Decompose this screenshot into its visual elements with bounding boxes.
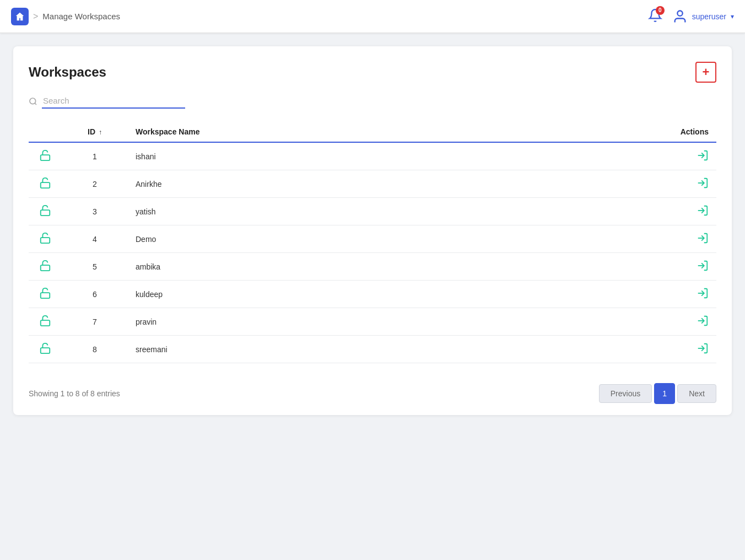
- row-name: kuldeep: [128, 281, 639, 308]
- main-content: Workspaces + ID ↑: [0, 33, 745, 428]
- breadcrumb-label: Manage Workspaces: [42, 12, 120, 21]
- row-id: 5: [62, 253, 128, 281]
- svg-rect-7: [41, 210, 50, 216]
- row-id: 3: [62, 198, 128, 225]
- svg-rect-13: [41, 293, 50, 298]
- user-menu[interactable]: superuser ▾: [672, 9, 734, 24]
- breadcrumb-separator: >: [33, 12, 38, 21]
- search-icon: [29, 97, 37, 106]
- enter-workspace-button[interactable]: [697, 204, 709, 217]
- table-row: 7 pravin: [29, 308, 716, 336]
- svg-rect-15: [41, 320, 50, 326]
- notifications-button[interactable]: 0: [648, 8, 662, 25]
- page-title: Workspaces: [29, 64, 106, 80]
- search-container: [29, 94, 205, 109]
- lock-icon: [39, 347, 51, 356]
- top-navigation: > Manage Workspaces 0 superuser ▾: [0, 0, 745, 33]
- row-actions: [639, 142, 716, 170]
- table-row: 8 sreemani: [29, 336, 716, 363]
- enter-workspace-button[interactable]: [697, 177, 709, 189]
- user-controls: 0 superuser ▾: [648, 8, 734, 25]
- user-name-label: superuser: [692, 12, 726, 21]
- lock-icon: [39, 209, 51, 218]
- enter-workspace-button[interactable]: [697, 315, 709, 327]
- svg-rect-17: [41, 348, 50, 353]
- table-row: 1 ishani: [29, 142, 716, 170]
- row-actions: [639, 170, 716, 198]
- svg-point-1: [30, 98, 36, 104]
- svg-point-0: [677, 10, 682, 15]
- row-actions: [639, 253, 716, 281]
- chevron-down-icon: ▾: [731, 13, 734, 20]
- lock-cell: [29, 308, 62, 336]
- svg-line-2: [35, 103, 36, 105]
- id-col-label: ID: [88, 127, 95, 136]
- enter-workspace-button[interactable]: [697, 342, 709, 354]
- next-button[interactable]: Next: [677, 384, 716, 403]
- table-row: 3 yatish: [29, 198, 716, 225]
- home-icon: [15, 12, 25, 21]
- col-header-actions: Actions: [639, 122, 716, 142]
- svg-rect-11: [41, 265, 50, 271]
- row-name: yatish: [128, 198, 639, 225]
- user-avatar-icon: [672, 9, 688, 24]
- col-header-lock: [29, 122, 62, 142]
- svg-rect-5: [41, 182, 50, 188]
- row-id: 8: [62, 336, 128, 363]
- pagination-controls: Previous 1 Next: [599, 383, 716, 404]
- lock-cell: [29, 198, 62, 225]
- lock-icon: [39, 154, 51, 163]
- add-workspace-button[interactable]: +: [695, 62, 716, 83]
- row-name: pravin: [128, 308, 639, 336]
- lock-icon: [39, 265, 51, 273]
- col-header-id[interactable]: ID ↑: [62, 122, 128, 142]
- notification-badge: 0: [656, 6, 665, 15]
- pagination-row: Showing 1 to 8 of 8 entries Previous 1 N…: [29, 376, 716, 404]
- svg-rect-9: [41, 238, 50, 243]
- row-id: 2: [62, 170, 128, 198]
- previous-button[interactable]: Previous: [599, 384, 652, 403]
- enter-workspace-button[interactable]: [697, 149, 709, 161]
- table-header-row: ID ↑ Workspace Name Actions: [29, 122, 716, 142]
- table-row: 6 kuldeep: [29, 281, 716, 308]
- row-actions: [639, 198, 716, 225]
- row-name: Demo: [128, 225, 639, 253]
- card-header: Workspaces +: [29, 62, 716, 83]
- row-name: Anirkhe: [128, 170, 639, 198]
- lock-cell: [29, 225, 62, 253]
- lock-cell: [29, 253, 62, 281]
- home-button[interactable]: [11, 8, 29, 25]
- enter-workspace-button[interactable]: [697, 232, 709, 244]
- col-header-name: Workspace Name: [128, 122, 639, 142]
- lock-icon: [39, 292, 51, 301]
- lock-icon: [39, 320, 51, 329]
- lock-cell: [29, 336, 62, 363]
- row-id: 7: [62, 308, 128, 336]
- row-actions: [639, 225, 716, 253]
- enter-workspace-button[interactable]: [697, 287, 709, 299]
- row-id: 6: [62, 281, 128, 308]
- row-id: 1: [62, 142, 128, 170]
- row-actions: [639, 281, 716, 308]
- table-row: 4 Demo: [29, 225, 716, 253]
- row-name: ambika: [128, 253, 639, 281]
- lock-cell: [29, 281, 62, 308]
- row-name: ishani: [128, 142, 639, 170]
- row-name: sreemani: [128, 336, 639, 363]
- breadcrumb: > Manage Workspaces: [11, 8, 120, 25]
- workspaces-table: ID ↑ Workspace Name Actions: [29, 122, 716, 363]
- row-actions: [639, 336, 716, 363]
- svg-rect-3: [41, 155, 50, 160]
- table-row: 2 Anirkhe: [29, 170, 716, 198]
- row-id: 4: [62, 225, 128, 253]
- lock-cell: [29, 170, 62, 198]
- search-input[interactable]: [42, 94, 185, 109]
- page-1-button[interactable]: 1: [654, 383, 675, 404]
- lock-icon: [39, 182, 51, 191]
- workspaces-card: Workspaces + ID ↑: [13, 46, 732, 415]
- row-actions: [639, 308, 716, 336]
- lock-icon: [39, 237, 51, 246]
- enter-workspace-button[interactable]: [697, 260, 709, 272]
- sort-arrow-icon: ↑: [99, 128, 102, 136]
- lock-cell: [29, 142, 62, 170]
